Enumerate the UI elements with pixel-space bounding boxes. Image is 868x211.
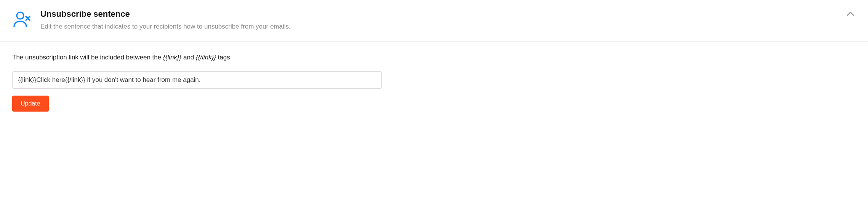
unsubscribe-settings-panel: Unsubscribe sentence Edit the sentence t… [0,0,868,121]
section-title: Unsubscribe sentence [40,9,838,19]
user-unsubscribe-icon [12,9,31,28]
tag-close-example: {{/link}} [196,54,216,61]
section-header: Unsubscribe sentence Edit the sentence t… [0,0,868,42]
title-block: Unsubscribe sentence Edit the sentence t… [40,9,838,30]
section-content: The unsubscription link will be included… [0,42,868,121]
update-button[interactable]: Update [12,96,49,112]
helper-suffix: tags [216,54,230,61]
collapse-toggle[interactable] [847,9,856,18]
chevron-up-icon [847,11,854,16]
tag-open-example: {{link}} [163,54,181,61]
svg-point-0 [17,12,24,19]
helper-middle: and [181,54,196,61]
helper-prefix: The unsubscription link will be included… [12,54,163,61]
section-subtitle: Edit the sentence that indicates to your… [40,23,838,30]
helper-text: The unsubscription link will be included… [12,54,856,61]
unsubscribe-sentence-input[interactable] [12,71,382,89]
